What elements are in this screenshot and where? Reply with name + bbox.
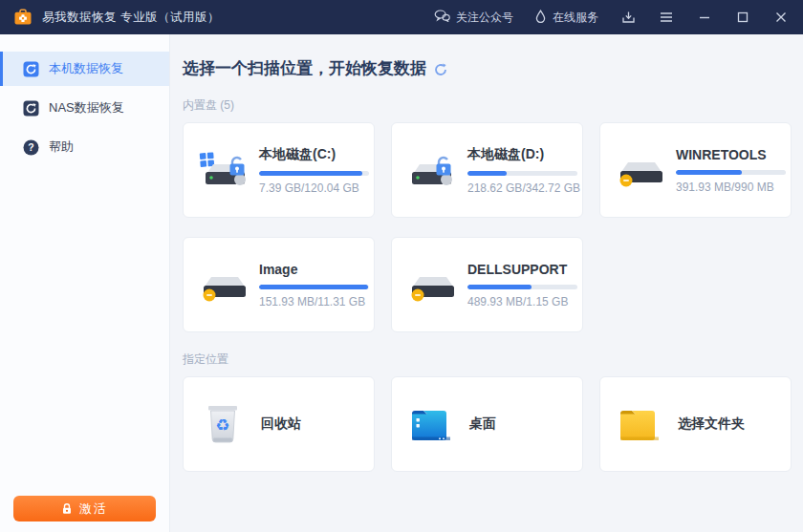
drive-size: 151.93 MB/11.31 GB (259, 295, 369, 309)
drive-name: 本地磁盘(C:) (259, 146, 369, 163)
drive-size: 391.93 MB/990 MB (676, 181, 786, 194)
drive-yellow-badge-icon (615, 148, 664, 192)
desktop-folder-icon (406, 405, 456, 443)
minimize-button[interactable] (696, 9, 713, 26)
drive-name: DELLSUPPORT (467, 262, 577, 277)
drive-name: Image (259, 262, 369, 277)
sidebar-item-label: NAS数据恢复 (49, 99, 124, 117)
drive-name: WINRETOOLS (676, 147, 786, 162)
refresh-icon[interactable] (434, 63, 447, 76)
online-service-link[interactable]: 在线服务 (534, 10, 598, 26)
maximize-button[interactable] (734, 9, 751, 26)
section-specified-locations: 指定位置 (183, 351, 792, 368)
location-card-desktop[interactable]: 桌面 (391, 376, 583, 472)
usage-bar (259, 171, 369, 176)
drives-grid: 本地磁盘(C:) 7.39 GB/120.04 GB (183, 122, 792, 332)
drive-yellow-badge-icon (406, 263, 456, 307)
usage-bar (467, 285, 577, 289)
locations-grid: ♻ 回收站 (183, 376, 792, 472)
drive-card-image[interactable]: Image 151.93 MB/11.31 GB (183, 237, 375, 332)
sidebar-item-nas-recovery[interactable]: NAS数据恢复 (0, 91, 169, 125)
location-label: 桌面 (469, 415, 496, 433)
sidebar-item-local-recovery[interactable]: 本机数据恢复 (0, 52, 169, 86)
location-card-select-folder[interactable]: 选择文件夹 (599, 376, 792, 472)
drive-card-winretools[interactable]: WINRETOOLS 391.93 MB/990 MB (599, 122, 792, 218)
sidebar-item-label: 帮助 (49, 138, 74, 156)
location-card-recycle-bin[interactable]: ♻ 回收站 (183, 376, 375, 472)
drive-card-c[interactable]: 本地磁盘(C:) 7.39 GB/120.04 GB (183, 122, 375, 218)
droplet-icon (534, 10, 547, 26)
drive-bitlocker-icon (406, 148, 456, 192)
drive-card-dellsupport[interactable]: DELLSUPPORT 489.93 MB/1.15 GB (391, 237, 583, 332)
activate-button[interactable]: 激活 (13, 496, 156, 521)
nas-recovery-icon (23, 100, 39, 117)
drive-size: 7.39 GB/120.04 GB (259, 181, 369, 195)
help-icon: ? (23, 139, 39, 156)
app-title: 易我数据恢复 专业版（试用版） (42, 10, 220, 26)
location-label: 选择文件夹 (678, 415, 745, 433)
lock-icon (61, 502, 73, 515)
select-folder-icon (615, 405, 664, 443)
titlebar: 易我数据恢复 专业版（试用版） 关注公众号 在线服务 (0, 0, 803, 34)
main-panel: 选择一个扫描位置，开始恢复数据 内置盘 (5) (171, 34, 803, 532)
sidebar: 本机数据恢复 NAS数据恢复 ? 帮助 (0, 34, 170, 532)
drive-yellow-badge-icon (198, 263, 248, 307)
app-logo-icon (13, 9, 33, 26)
follow-official-account-link[interactable]: 关注公众号 (434, 10, 513, 26)
feedback-tray-icon[interactable] (619, 9, 637, 26)
recycle-bin-icon: ♻ (198, 402, 248, 446)
section-internal-drives: 内置盘 (5) (183, 97, 792, 114)
usage-bar (259, 285, 369, 289)
sidebar-item-label: 本机数据恢复 (49, 60, 123, 77)
drive-size: 489.93 MB/1.15 GB (467, 295, 577, 309)
drive-card-d[interactable]: 本地磁盘(D:) 218.62 GB/342.72 GB (391, 122, 583, 218)
page-title: 选择一个扫描位置，开始恢复数据 (183, 57, 792, 79)
usage-bar (676, 170, 786, 175)
menu-icon[interactable] (658, 9, 675, 26)
svg-text:♻: ♻ (215, 415, 229, 435)
close-button[interactable] (772, 9, 790, 26)
drive-name: 本地磁盘(D:) (467, 146, 580, 163)
drive-windows-bitlocker-icon (198, 148, 248, 192)
local-recovery-icon (23, 61, 39, 77)
drive-size: 218.62 GB/342.72 GB (467, 181, 580, 195)
location-label: 回收站 (261, 415, 301, 433)
svg-text:?: ? (28, 141, 33, 153)
sidebar-item-help[interactable]: ? 帮助 (0, 130, 169, 164)
usage-bar (467, 171, 577, 176)
chat-bubbles-icon (434, 10, 450, 25)
